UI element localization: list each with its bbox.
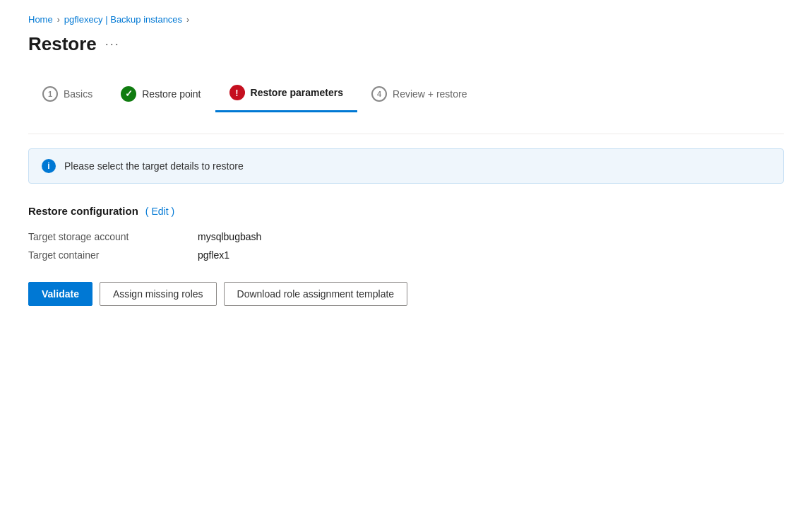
breadcrumb-sep-1: ›	[57, 15, 60, 25]
target-container-label: Target container	[28, 249, 184, 261]
breadcrumb-sep-2: ›	[186, 15, 189, 25]
wizard-step-restore-params[interactable]: ! Restore parameters	[215, 76, 358, 112]
action-buttons: Validate Assign missing roles Download r…	[28, 282, 784, 306]
config-table: Target storage account mysqlbugbash Targ…	[28, 231, 784, 261]
wizard-step-review[interactable]: 4 Review + restore	[357, 78, 481, 112]
validate-button[interactable]: Validate	[28, 282, 92, 306]
assign-missing-roles-button[interactable]: Assign missing roles	[100, 282, 217, 306]
wizard-steps: 1 Basics ✓ Restore point ! Restore param…	[28, 76, 784, 112]
target-storage-value: mysqlbugbash	[198, 231, 784, 242]
divider	[28, 134, 784, 134]
page-container: Home › pgflexecy | Backup instances › Re…	[0, 0, 812, 320]
page-header: Restore ···	[28, 33, 784, 55]
breadcrumb-home[interactable]: Home	[28, 14, 53, 25]
step-circle-basics: 1	[42, 86, 58, 102]
more-options-button[interactable]: ···	[105, 37, 120, 52]
section-header: Restore configuration ( Edit )	[28, 205, 784, 217]
step-label-basics: Basics	[64, 88, 92, 100]
info-banner: i Please select the target details to re…	[28, 148, 784, 184]
page-title: Restore	[28, 33, 97, 55]
step-label-review: Review + restore	[393, 88, 467, 100]
wizard-step-basics[interactable]: 1 Basics	[28, 78, 107, 112]
info-icon: i	[42, 159, 56, 173]
target-container-value: pgflex1	[198, 249, 784, 261]
restore-config-title: Restore configuration	[28, 205, 138, 217]
step-circle-restore-params: !	[229, 85, 245, 100]
step-label-restore-params: Restore parameters	[251, 87, 344, 98]
edit-link[interactable]: ( Edit )	[145, 206, 174, 217]
wizard-step-restore-point[interactable]: ✓ Restore point	[107, 78, 215, 112]
breadcrumb: Home › pgflexecy | Backup instances ›	[28, 14, 784, 25]
target-storage-label: Target storage account	[28, 231, 184, 242]
download-template-button[interactable]: Download role assignment template	[224, 282, 408, 306]
step-circle-review: 4	[371, 86, 387, 102]
breadcrumb-backup-instances[interactable]: pgflexecy | Backup instances	[64, 14, 182, 25]
step-label-restore-point: Restore point	[142, 88, 201, 100]
info-banner-text: Please select the target details to rest…	[64, 160, 244, 172]
step-circle-restore-point: ✓	[121, 86, 136, 102]
